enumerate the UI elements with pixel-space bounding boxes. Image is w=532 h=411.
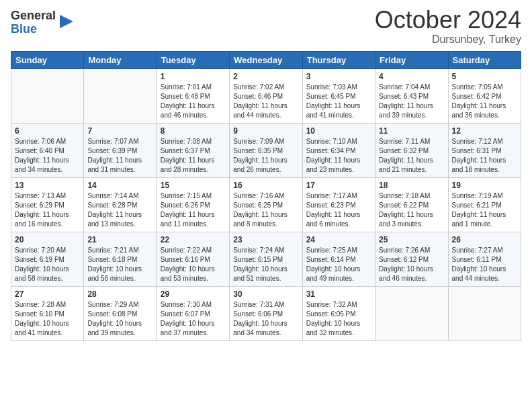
calendar-day-header: Thursday — [302, 51, 375, 68]
calendar-day-header: Monday — [84, 51, 157, 68]
day-number: 15 — [161, 181, 226, 190]
day-info: Sunrise: 7:06 AMSunset: 6:40 PMDaylight:… — [15, 137, 80, 175]
day-info: Sunrise: 7:21 AMSunset: 6:18 PMDaylight:… — [87, 246, 152, 283]
day-number: 30 — [233, 289, 298, 299]
day-info: Sunrise: 7:03 AMSunset: 6:45 PMDaylight:… — [306, 83, 371, 120]
calendar-day-cell: 1Sunrise: 7:01 AMSunset: 6:48 PMDaylight… — [157, 68, 229, 123]
calendar-header-row: SundayMondayTuesdayWednesdayThursdayFrid… — [11, 51, 521, 68]
day-info: Sunrise: 7:25 AMSunset: 6:14 PMDaylight:… — [306, 246, 371, 283]
day-info: Sunrise: 7:27 AMSunset: 6:11 PMDaylight:… — [452, 246, 517, 283]
day-number: 24 — [306, 235, 371, 244]
day-info: Sunrise: 7:09 AMSunset: 6:35 PMDaylight:… — [233, 137, 298, 175]
calendar-day-cell: 5Sunrise: 7:05 AMSunset: 6:42 PMDaylight… — [448, 68, 521, 123]
day-info: Sunrise: 7:02 AMSunset: 6:46 PMDaylight:… — [233, 83, 298, 120]
svg-marker-0 — [60, 15, 73, 28]
day-number: 2 — [233, 72, 298, 81]
day-number: 9 — [233, 126, 298, 136]
calendar-day-cell: 2Sunrise: 7:02 AMSunset: 6:46 PMDaylight… — [230, 68, 302, 123]
day-number: 25 — [379, 235, 444, 244]
day-info: Sunrise: 7:29 AMSunset: 6:08 PMDaylight:… — [87, 300, 152, 338]
calendar-table: SundayMondayTuesdayWednesdayThursdayFrid… — [11, 51, 521, 341]
day-info: Sunrise: 7:13 AMSunset: 6:29 PMDaylight:… — [15, 191, 80, 229]
day-number: 5 — [452, 72, 517, 81]
calendar-day-cell: 7Sunrise: 7:07 AMSunset: 6:39 PMDaylight… — [84, 123, 157, 177]
calendar-day-header: Sunday — [11, 51, 84, 68]
calendar-day-cell: 17Sunrise: 7:17 AMSunset: 6:23 PMDayligh… — [302, 177, 375, 232]
location-subtitle: Dursunbey, Turkey — [375, 34, 521, 46]
calendar-day-cell: 22Sunrise: 7:22 AMSunset: 6:16 PMDayligh… — [157, 232, 229, 286]
day-info: Sunrise: 7:10 AMSunset: 6:34 PMDaylight:… — [306, 137, 371, 175]
day-info: Sunrise: 7:30 AMSunset: 6:07 PMDaylight:… — [161, 300, 226, 338]
calendar-day-cell: 3Sunrise: 7:03 AMSunset: 6:45 PMDaylight… — [302, 68, 375, 123]
day-info: Sunrise: 7:18 AMSunset: 6:22 PMDaylight:… — [379, 191, 444, 229]
day-number: 1 — [161, 72, 226, 81]
day-info: Sunrise: 7:11 AMSunset: 6:32 PMDaylight:… — [379, 137, 444, 175]
day-number: 7 — [87, 126, 152, 136]
calendar-day-cell: 9Sunrise: 7:09 AMSunset: 6:35 PMDaylight… — [230, 123, 302, 177]
calendar-day-header: Tuesday — [157, 51, 229, 68]
day-info: Sunrise: 7:19 AMSunset: 6:21 PMDaylight:… — [452, 191, 517, 229]
title-block: October 2024 Dursunbey, Turkey — [375, 7, 521, 46]
calendar-day-cell — [11, 68, 84, 123]
day-info: Sunrise: 7:31 AMSunset: 6:06 PMDaylight:… — [233, 300, 298, 338]
day-info: Sunrise: 7:08 AMSunset: 6:37 PMDaylight:… — [161, 137, 226, 175]
day-info: Sunrise: 7:20 AMSunset: 6:19 PMDaylight:… — [15, 246, 80, 283]
day-number: 3 — [306, 72, 371, 81]
day-info: Sunrise: 7:14 AMSunset: 6:28 PMDaylight:… — [87, 191, 152, 229]
calendar-day-cell: 19Sunrise: 7:19 AMSunset: 6:21 PMDayligh… — [448, 177, 521, 232]
calendar-day-cell: 14Sunrise: 7:14 AMSunset: 6:28 PMDayligh… — [84, 177, 157, 232]
day-number: 8 — [161, 126, 226, 136]
day-number: 14 — [87, 181, 152, 190]
month-title: October 2024 — [375, 7, 521, 34]
day-info: Sunrise: 7:24 AMSunset: 6:15 PMDaylight:… — [233, 246, 298, 283]
day-info: Sunrise: 7:22 AMSunset: 6:16 PMDaylight:… — [161, 246, 226, 283]
calendar-day-cell: 16Sunrise: 7:16 AMSunset: 6:25 PMDayligh… — [230, 177, 302, 232]
day-number: 31 — [306, 289, 371, 299]
day-info: Sunrise: 7:04 AMSunset: 6:43 PMDaylight:… — [379, 83, 444, 120]
day-number: 20 — [15, 235, 80, 244]
calendar-day-cell: 23Sunrise: 7:24 AMSunset: 6:15 PMDayligh… — [230, 232, 302, 286]
logo-general-text: General — [11, 9, 56, 23]
calendar-day-cell: 30Sunrise: 7:31 AMSunset: 6:06 PMDayligh… — [230, 286, 302, 340]
day-info: Sunrise: 7:05 AMSunset: 6:42 PMDaylight:… — [452, 83, 517, 120]
logo-blue-text: Blue — [11, 23, 56, 36]
day-info: Sunrise: 7:12 AMSunset: 6:31 PMDaylight:… — [452, 137, 517, 175]
calendar-day-cell: 28Sunrise: 7:29 AMSunset: 6:08 PMDayligh… — [84, 286, 157, 340]
day-info: Sunrise: 7:26 AMSunset: 6:12 PMDaylight:… — [379, 246, 444, 283]
calendar-day-cell: 6Sunrise: 7:06 AMSunset: 6:40 PMDaylight… — [11, 123, 84, 177]
day-number: 23 — [233, 235, 298, 244]
calendar-day-cell — [375, 286, 448, 340]
day-number: 4 — [379, 72, 444, 81]
calendar-day-cell: 24Sunrise: 7:25 AMSunset: 6:14 PMDayligh… — [302, 232, 375, 286]
calendar-week-row: 20Sunrise: 7:20 AMSunset: 6:19 PMDayligh… — [11, 232, 521, 286]
header: General Blue October 2024 Dursunbey, Tur… — [11, 7, 521, 46]
page: General Blue October 2024 Dursunbey, Tur… — [0, 0, 532, 411]
logo-flag-icon — [57, 12, 76, 31]
day-info: Sunrise: 7:07 AMSunset: 6:39 PMDaylight:… — [87, 137, 152, 175]
day-info: Sunrise: 7:17 AMSunset: 6:23 PMDaylight:… — [306, 191, 371, 229]
day-number: 12 — [452, 126, 517, 136]
calendar-day-cell: 4Sunrise: 7:04 AMSunset: 6:43 PMDaylight… — [375, 68, 448, 123]
calendar-day-cell: 13Sunrise: 7:13 AMSunset: 6:29 PMDayligh… — [11, 177, 84, 232]
day-number: 19 — [452, 181, 517, 190]
day-number: 17 — [306, 181, 371, 190]
day-info: Sunrise: 7:32 AMSunset: 6:05 PMDaylight:… — [306, 300, 371, 338]
calendar-day-header: Wednesday — [230, 51, 302, 68]
calendar-day-cell — [84, 68, 157, 123]
day-info: Sunrise: 7:01 AMSunset: 6:48 PMDaylight:… — [161, 83, 226, 120]
calendar-week-row: 6Sunrise: 7:06 AMSunset: 6:40 PMDaylight… — [11, 123, 521, 177]
calendar-day-cell — [448, 286, 521, 340]
calendar-day-cell: 15Sunrise: 7:15 AMSunset: 6:26 PMDayligh… — [157, 177, 229, 232]
calendar-day-header: Friday — [375, 51, 448, 68]
day-info: Sunrise: 7:28 AMSunset: 6:10 PMDaylight:… — [15, 300, 80, 338]
day-number: 27 — [15, 289, 80, 299]
day-info: Sunrise: 7:16 AMSunset: 6:25 PMDaylight:… — [233, 191, 298, 229]
calendar-day-cell: 20Sunrise: 7:20 AMSunset: 6:19 PMDayligh… — [11, 232, 84, 286]
calendar-day-cell: 12Sunrise: 7:12 AMSunset: 6:31 PMDayligh… — [448, 123, 521, 177]
logo-text: General Blue — [11, 9, 56, 36]
day-number: 28 — [87, 289, 152, 299]
day-number: 11 — [379, 126, 444, 136]
day-number: 21 — [87, 235, 152, 244]
calendar-day-cell: 29Sunrise: 7:30 AMSunset: 6:07 PMDayligh… — [157, 286, 229, 340]
day-number: 18 — [379, 181, 444, 190]
